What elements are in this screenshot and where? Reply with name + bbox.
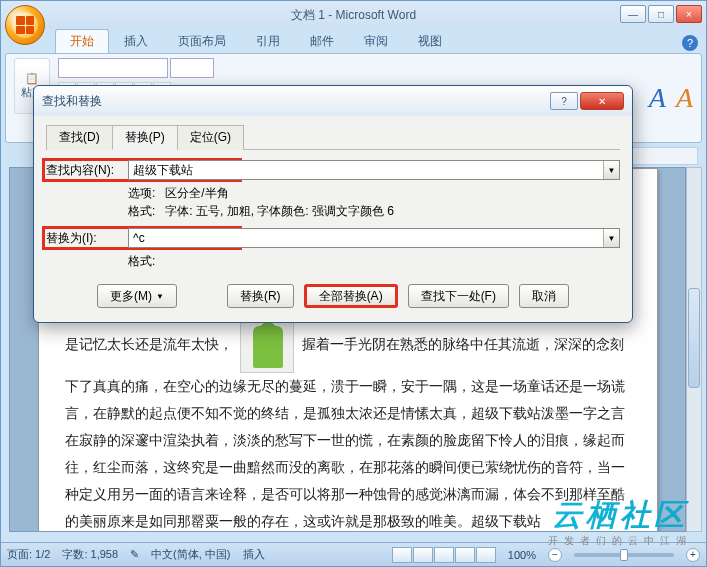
tab-review[interactable]: 审阅 xyxy=(349,29,403,53)
dialog-title-bar[interactable]: 查找和替换 ? ✕ xyxy=(34,86,632,116)
dialog-tab-replace[interactable]: 替换(P) xyxy=(112,125,178,150)
status-language[interactable]: 中文(简体, 中国) xyxy=(151,547,230,562)
office-button[interactable] xyxy=(5,5,45,45)
find-replace-dialog: 查找和替换 ? ✕ 查找(D) 替换(P) 定位(G) 查找内容(N): 超级下… xyxy=(33,85,633,323)
view-print-layout-button[interactable] xyxy=(392,547,412,563)
replace-dropdown-icon[interactable]: ▼ xyxy=(603,229,619,247)
help-icon[interactable]: ? xyxy=(682,35,698,51)
dialog-tabs: 查找(D) 替换(P) 定位(G) xyxy=(46,124,620,150)
options-label: 选项: xyxy=(128,186,155,200)
view-outline-button[interactable] xyxy=(455,547,475,563)
find-dropdown-icon[interactable]: ▼ xyxy=(603,161,619,179)
dialog-help-button[interactable]: ? xyxy=(550,92,578,110)
view-buttons xyxy=(392,547,496,563)
format-label: 格式: xyxy=(128,204,155,218)
watermark-subtitle: 开发者们的云中江湖 xyxy=(548,534,692,548)
title-bar: 文档 1 - Microsoft Word — □ × xyxy=(1,1,706,29)
dialog-title: 查找和替换 xyxy=(42,93,102,110)
watermark-title: 云栖社区 xyxy=(548,495,692,536)
find-content-value: 超级下载站 xyxy=(133,162,193,179)
zoom-slider[interactable] xyxy=(574,553,674,557)
clipboard-icon: 📋 xyxy=(25,72,39,85)
minimize-button[interactable]: — xyxy=(620,5,646,23)
replace-button[interactable]: 替换(R) xyxy=(227,284,294,308)
tab-home[interactable]: 开始 xyxy=(55,29,109,53)
doc-text-pre: 是记忆太长还是流年太快， xyxy=(65,337,233,352)
word-app-window: 💾 ↶ ↷ ▾ 文档 1 - Microsoft Word — □ × 开始 插… xyxy=(0,0,707,567)
replace-with-value: ^c xyxy=(133,231,145,245)
tab-references[interactable]: 引用 xyxy=(241,29,295,53)
dialog-tab-find[interactable]: 查找(D) xyxy=(46,125,113,150)
font-family-combo[interactable] xyxy=(58,58,168,78)
style-a-blue-icon[interactable]: A xyxy=(649,82,666,114)
view-draft-button[interactable] xyxy=(476,547,496,563)
vertical-scrollbar[interactable] xyxy=(686,167,702,532)
zoom-out-button[interactable]: − xyxy=(548,548,562,562)
android-image[interactable] xyxy=(240,319,294,373)
maximize-button[interactable]: □ xyxy=(648,5,674,23)
close-button[interactable]: × xyxy=(676,5,702,23)
format-value: 字体: 五号, 加粗, 字体颜色: 强调文字颜色 6 xyxy=(165,204,394,218)
tab-page-layout[interactable]: 页面布局 xyxy=(163,29,241,53)
window-title: 文档 1 - Microsoft Word xyxy=(291,7,416,24)
zoom-percent[interactable]: 100% xyxy=(508,549,536,561)
chevron-down-icon: ▼ xyxy=(156,292,164,301)
dialog-tab-goto[interactable]: 定位(G) xyxy=(177,125,244,150)
status-overwrite-mode[interactable]: 插入 xyxy=(243,547,265,562)
format2-label: 格式: xyxy=(128,254,155,268)
replace-with-input[interactable]: ^c ▼ xyxy=(128,228,620,248)
replace-all-button[interactable]: 全部替换(A) xyxy=(304,284,398,308)
ribbon-tabs: 开始 插入 页面布局 引用 邮件 审阅 视图 xyxy=(1,29,706,53)
tab-mailings[interactable]: 邮件 xyxy=(295,29,349,53)
tab-view[interactable]: 视图 xyxy=(403,29,457,53)
tab-insert[interactable]: 插入 xyxy=(109,29,163,53)
zoom-slider-thumb[interactable] xyxy=(620,549,628,561)
zoom-in-button[interactable]: + xyxy=(686,548,700,562)
dialog-close-button[interactable]: ✕ xyxy=(580,92,624,110)
replace-with-label: 替换为(I): xyxy=(46,230,122,247)
more-button[interactable]: 更多(M)▼ xyxy=(97,284,177,308)
find-content-input[interactable]: 超级下载站 ▼ xyxy=(128,160,620,180)
proofing-icon[interactable]: ✎ xyxy=(130,548,139,561)
status-page[interactable]: 页面: 1/2 xyxy=(7,547,50,562)
style-a-orange-icon[interactable]: A xyxy=(676,82,693,114)
find-content-label: 查找内容(N): xyxy=(46,162,122,179)
doc-text-post: 握着一手光阴在熟悉的脉络中任其流逝，深深的念刻下了真真的痛，在空心的边缘无尽的蔓… xyxy=(65,337,625,529)
cancel-button[interactable]: 取消 xyxy=(519,284,569,308)
watermark-logo: 云栖社区 开发者们的云中江湖 xyxy=(548,495,692,548)
view-full-screen-button[interactable] xyxy=(413,547,433,563)
view-web-layout-button[interactable] xyxy=(434,547,454,563)
font-size-combo[interactable] xyxy=(170,58,214,78)
scroll-thumb[interactable] xyxy=(688,288,700,388)
status-word-count[interactable]: 字数: 1,958 xyxy=(62,547,118,562)
options-value: 区分全/半角 xyxy=(165,186,228,200)
find-next-button[interactable]: 查找下一处(F) xyxy=(408,284,509,308)
